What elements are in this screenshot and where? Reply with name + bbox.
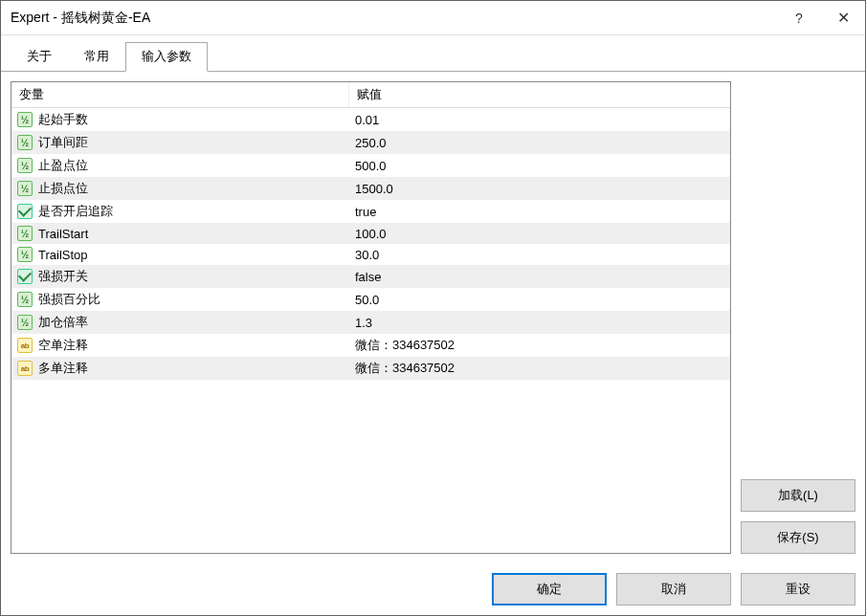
table-row[interactable]: 多单注释微信：334637502 [11,357,730,380]
double-type-icon [17,158,33,173]
table-body[interactable]: 起始手数0.01订单间距250.0止盈点位500.0止损点位1500.0是否开启… [11,108,730,553]
variable-value[interactable]: 100.0 [349,223,730,244]
save-button[interactable]: 保存(S) [741,521,855,554]
parameters-table: 变量 赋值 起始手数0.01订单间距250.0止盈点位500.0止损点位1500… [11,81,731,554]
bool-type-icon [17,269,33,284]
variable-value[interactable]: 1.3 [349,311,730,334]
variable-value[interactable]: true [349,200,730,223]
variable-value[interactable]: false [349,265,730,288]
titlebar: Expert - 摇钱树黄金-EA ? ✕ [1,1,865,35]
variable-name: 止损点位 [38,180,88,197]
variable-value[interactable]: 微信：334637502 [349,357,730,380]
variable-name: 强损百分比 [38,291,100,308]
table-row[interactable]: 强损百分比50.0 [11,288,730,311]
variable-value[interactable]: 50.0 [349,288,730,311]
variable-value[interactable]: 0.01 [349,108,730,131]
table-row[interactable]: 起始手数0.01 [11,108,730,131]
window-controls: ? ✕ [777,1,865,34]
reset-button[interactable]: 重设 [741,573,855,605]
close-button[interactable]: ✕ [821,1,865,34]
table-row[interactable]: 订单间距250.0 [11,131,730,154]
header-value[interactable]: 赋值 [349,82,730,108]
variable-value[interactable]: 1500.0 [349,177,730,200]
string-type-icon [17,361,33,376]
variable-name: 是否开启追踪 [38,203,113,220]
double-type-icon [17,292,33,307]
variable-name: TrailStop [38,248,88,262]
double-type-icon [17,247,33,262]
double-type-icon [17,112,33,127]
table-row[interactable]: 止损点位1500.0 [11,177,730,200]
double-type-icon [17,315,33,330]
double-type-icon [17,135,33,150]
help-button[interactable]: ? [777,1,821,34]
side-buttons: 加载(L) 保存(S) [741,81,855,554]
bool-type-icon [17,204,33,219]
string-type-icon [17,338,33,353]
variable-name: 空单注释 [38,337,88,354]
variable-name: 止盈点位 [38,157,88,174]
tab-inputs[interactable]: 输入参数 [125,42,208,72]
table-row[interactable]: 空单注释微信：334637502 [11,334,730,357]
variable-name: 加仓倍率 [38,314,88,331]
variable-name: 多单注释 [38,360,88,377]
table-row[interactable]: 是否开启追踪true [11,200,730,223]
dialog-window: Expert - 摇钱树黄金-EA ? ✕ 关于 常用 输入参数 变量 赋值 起… [0,0,866,616]
footer-buttons: 确定 取消 重设 [1,563,865,615]
table-row[interactable]: 止盈点位500.0 [11,154,730,177]
variable-name: 强损开关 [38,268,88,285]
double-type-icon [17,226,33,241]
header-variable[interactable]: 变量 [11,82,349,108]
tab-common[interactable]: 常用 [68,42,125,72]
variable-value[interactable]: 微信：334637502 [349,334,730,357]
variable-value[interactable]: 250.0 [349,131,730,154]
table-row[interactable]: TrailStop30.0 [11,244,730,265]
content-area: 变量 赋值 起始手数0.01订单间距250.0止盈点位500.0止损点位1500… [1,72,865,563]
variable-name: 起始手数 [38,111,88,128]
variable-value[interactable]: 30.0 [349,244,730,265]
variable-name: 订单间距 [38,134,88,151]
variable-name: TrailStart [38,227,88,241]
tab-about[interactable]: 关于 [11,42,68,72]
double-type-icon [17,181,33,196]
cancel-button[interactable]: 取消 [616,573,731,605]
tab-bar: 关于 常用 输入参数 [1,35,865,72]
variable-value[interactable]: 500.0 [349,154,730,177]
table-row[interactable]: 强损开关false [11,265,730,288]
load-button[interactable]: 加载(L) [741,479,855,512]
ok-button[interactable]: 确定 [492,573,607,605]
table-row[interactable]: 加仓倍率1.3 [11,311,730,334]
table-row[interactable]: TrailStart100.0 [11,223,730,244]
window-title: Expert - 摇钱树黄金-EA [11,10,777,27]
